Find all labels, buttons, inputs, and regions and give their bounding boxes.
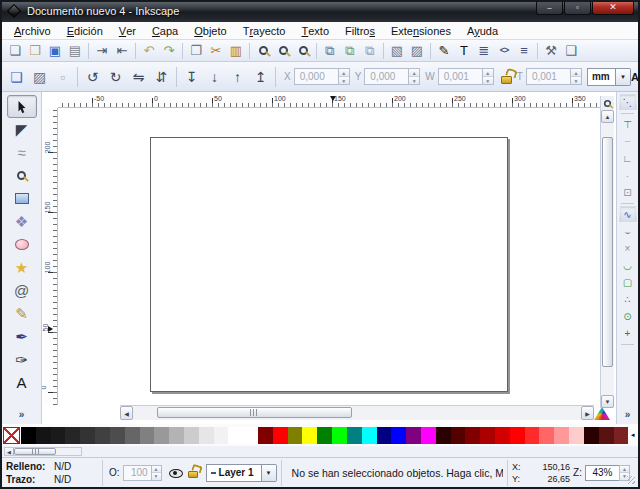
- import-button[interactable]: ⇥: [92, 41, 112, 60]
- new-document-button[interactable]: ❏: [5, 41, 25, 60]
- palette-swatch[interactable]: [80, 427, 95, 444]
- opacity-spinner[interactable]: ▲▼: [151, 465, 162, 481]
- tool-bezier[interactable]: ✒: [7, 325, 37, 348]
- color-management-icon[interactable]: [594, 407, 610, 420]
- drawing-canvas[interactable]: [58, 108, 600, 405]
- flip-vertical-button[interactable]: ⇵: [150, 65, 173, 88]
- vertical-ruler[interactable]: 200150100500: [44, 108, 58, 405]
- snap-bbox-edges-button[interactable]: ┄: [619, 133, 637, 150]
- save-button[interactable]: ▣: [45, 41, 65, 60]
- title-bar[interactable]: Documento nuevo 4 - Inkscape – ▫ ✕: [0, 0, 640, 22]
- toolbox-overflow-chevron[interactable]: »: [19, 409, 25, 420]
- palette-swatch[interactable]: [614, 427, 629, 444]
- palette-swatch[interactable]: [169, 427, 184, 444]
- snap-cusp-nodes-button[interactable]: ◡: [619, 257, 637, 274]
- layer-lock-icon[interactable]: [188, 471, 198, 478]
- horizontal-scrollbar[interactable]: ◀ ▶: [120, 405, 594, 420]
- raise-button[interactable]: ↑: [226, 65, 249, 88]
- palette-swatch[interactable]: [214, 427, 229, 444]
- tool-selector[interactable]: [7, 95, 37, 118]
- palette-swatch[interactable]: [465, 427, 480, 444]
- group-button[interactable]: ▧: [387, 41, 407, 60]
- rotate-cw-button[interactable]: ↻: [104, 65, 127, 88]
- flip-horizontal-button[interactable]: ⇋: [127, 65, 150, 88]
- palette-swatch[interactable]: [51, 427, 66, 444]
- palette-swatch[interactable]: [302, 427, 317, 444]
- lower-to-bottom-button[interactable]: ↧: [180, 65, 203, 88]
- menu-ayuda[interactable]: Ayuda: [459, 22, 506, 39]
- close-button[interactable]: ✕: [592, 0, 634, 15]
- layer-selector[interactable]: Layer 1 ▼: [206, 464, 277, 482]
- height-spinner[interactable]: ▲▼: [570, 68, 582, 85]
- select-all-layers-button[interactable]: ▨: [28, 65, 51, 88]
- lock-ratio-icon[interactable]: [501, 76, 512, 84]
- snap-midpoints-button[interactable]: ∴: [619, 291, 637, 308]
- tool-3dbox[interactable]: ❖: [7, 210, 37, 233]
- maximize-button[interactable]: ▫: [564, 0, 591, 15]
- zoom-corner-icon[interactable]: [601, 96, 614, 110]
- tool-tweak[interactable]: ≈: [7, 141, 37, 164]
- snap-rotation-centers-button[interactable]: +: [619, 325, 637, 342]
- palette-swatch[interactable]: [510, 427, 525, 444]
- palette-swatch[interactable]: [199, 427, 214, 444]
- snap-enable-button[interactable]: ⋱: [619, 94, 637, 111]
- snap-paths-button[interactable]: ⌣: [619, 223, 637, 240]
- width-input[interactable]: 0,001: [438, 68, 482, 85]
- palette-swatch[interactable]: [243, 427, 258, 444]
- tool-rectangle[interactable]: [7, 187, 37, 210]
- palette-swatch[interactable]: [480, 427, 495, 444]
- palette-swatch[interactable]: [258, 427, 273, 444]
- copy-button[interactable]: ❐: [186, 41, 206, 60]
- preferences-button[interactable]: ⚒: [541, 41, 561, 60]
- ungroup-button[interactable]: ▨: [407, 41, 427, 60]
- menu-extensiones[interactable]: Extensiones: [383, 22, 459, 39]
- layer-visibility-eye-icon[interactable]: [168, 465, 183, 480]
- width-spinner[interactable]: ▲▼: [482, 68, 494, 85]
- scroll-down-arrow[interactable]: ▼: [601, 395, 614, 408]
- unlink-clone-button[interactable]: ⧉: [360, 41, 380, 60]
- palette-swatch[interactable]: [554, 427, 569, 444]
- palette-swatch[interactable]: [228, 427, 243, 444]
- height-input[interactable]: 0,001: [526, 68, 570, 85]
- snapbar-overflow-chevron[interactable]: »: [625, 409, 631, 420]
- palette-swatch[interactable]: [584, 427, 599, 444]
- tool-spiral[interactable]: @: [7, 279, 37, 302]
- create-clone-button[interactable]: ⧉: [340, 41, 360, 60]
- palette-swatch[interactable]: [154, 427, 169, 444]
- palette-swatch[interactable]: [65, 427, 80, 444]
- snap-path-intersections-button[interactable]: ×: [619, 240, 637, 257]
- zoom-input[interactable]: 43%: [585, 465, 619, 481]
- palette-swatch[interactable]: [95, 427, 110, 444]
- cut-button[interactable]: ✂: [206, 41, 226, 60]
- snap-object-centers-button[interactable]: ⊙: [619, 308, 637, 325]
- document-properties-button[interactable]: ❑: [561, 41, 581, 60]
- paste-button[interactable]: ▥: [226, 41, 246, 60]
- tool-star[interactable]: ★: [7, 256, 37, 279]
- palette-swatch[interactable]: [317, 427, 332, 444]
- palette-swatch[interactable]: [451, 427, 466, 444]
- fill-stroke-indicator[interactable]: Relleno:N/D Trazo:N/D: [2, 460, 98, 486]
- raise-to-top-button[interactable]: ↥: [249, 65, 272, 88]
- palette-scroll-thumb[interactable]: [14, 448, 56, 455]
- tool-ellipse[interactable]: [7, 233, 37, 256]
- zoom-selection-button[interactable]: [253, 41, 273, 60]
- menu-filtros[interactable]: Filtros: [337, 22, 383, 39]
- palette-swatch[interactable]: [273, 427, 288, 444]
- palette-swatch[interactable]: [362, 427, 377, 444]
- rotate-ccw-button[interactable]: ↺: [81, 65, 104, 88]
- document-page[interactable]: [150, 137, 508, 392]
- layers-dialog-button[interactable]: ≣: [474, 41, 494, 60]
- print-button[interactable]: ▤: [65, 41, 85, 60]
- palette-swatch[interactable]: [288, 427, 303, 444]
- palette-swatch[interactable]: [184, 427, 199, 444]
- palette-overflow-arrow[interactable]: ◄: [628, 427, 637, 444]
- menu-archivo[interactable]: Archivo: [6, 22, 59, 39]
- menu-ver[interactable]: Ver: [111, 22, 144, 39]
- menu-capa[interactable]: Capa: [144, 22, 186, 39]
- tool-node-editor[interactable]: ◤: [7, 118, 37, 141]
- palette-swatch[interactable]: [569, 427, 584, 444]
- open-folder-button[interactable]: ❒: [25, 41, 45, 60]
- deselect-button[interactable]: ▫: [51, 65, 74, 88]
- vertical-scroll-thumb[interactable]: [602, 137, 613, 367]
- x-spinner[interactable]: ▲▼: [338, 68, 350, 85]
